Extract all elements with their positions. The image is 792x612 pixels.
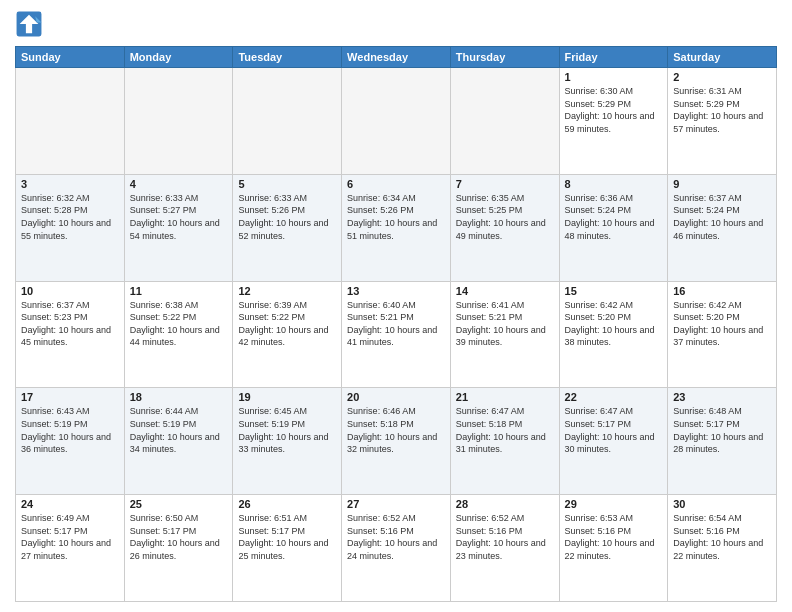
day-number: 4 [130,178,228,190]
day-info: Sunrise: 6:34 AM Sunset: 5:26 PM Dayligh… [347,192,445,242]
day-number: 15 [565,285,663,297]
calendar-cell: 1Sunrise: 6:30 AM Sunset: 5:29 PM Daylig… [559,68,668,175]
day-number: 10 [21,285,119,297]
day-number: 5 [238,178,336,190]
week-row-1: 3Sunrise: 6:32 AM Sunset: 5:28 PM Daylig… [16,174,777,281]
calendar-cell: 21Sunrise: 6:47 AM Sunset: 5:18 PM Dayli… [450,388,559,495]
day-info: Sunrise: 6:43 AM Sunset: 5:19 PM Dayligh… [21,405,119,455]
calendar-cell: 26Sunrise: 6:51 AM Sunset: 5:17 PM Dayli… [233,495,342,602]
calendar-cell: 7Sunrise: 6:35 AM Sunset: 5:25 PM Daylig… [450,174,559,281]
calendar-cell: 16Sunrise: 6:42 AM Sunset: 5:20 PM Dayli… [668,281,777,388]
weekday-header-sunday: Sunday [16,47,125,68]
calendar-cell: 20Sunrise: 6:46 AM Sunset: 5:18 PM Dayli… [342,388,451,495]
day-number: 14 [456,285,554,297]
day-number: 6 [347,178,445,190]
day-info: Sunrise: 6:39 AM Sunset: 5:22 PM Dayligh… [238,299,336,349]
day-number: 1 [565,71,663,83]
day-info: Sunrise: 6:46 AM Sunset: 5:18 PM Dayligh… [347,405,445,455]
day-number: 7 [456,178,554,190]
calendar-cell: 30Sunrise: 6:54 AM Sunset: 5:16 PM Dayli… [668,495,777,602]
calendar-cell: 12Sunrise: 6:39 AM Sunset: 5:22 PM Dayli… [233,281,342,388]
day-info: Sunrise: 6:38 AM Sunset: 5:22 PM Dayligh… [130,299,228,349]
weekday-header-thursday: Thursday [450,47,559,68]
calendar-cell: 28Sunrise: 6:52 AM Sunset: 5:16 PM Dayli… [450,495,559,602]
weekday-header-friday: Friday [559,47,668,68]
day-number: 18 [130,391,228,403]
day-info: Sunrise: 6:37 AM Sunset: 5:23 PM Dayligh… [21,299,119,349]
calendar-cell: 18Sunrise: 6:44 AM Sunset: 5:19 PM Dayli… [124,388,233,495]
day-number: 29 [565,498,663,510]
day-number: 26 [238,498,336,510]
day-info: Sunrise: 6:52 AM Sunset: 5:16 PM Dayligh… [456,512,554,562]
day-number: 16 [673,285,771,297]
calendar-cell: 29Sunrise: 6:53 AM Sunset: 5:16 PM Dayli… [559,495,668,602]
calendar-cell [16,68,125,175]
day-info: Sunrise: 6:54 AM Sunset: 5:16 PM Dayligh… [673,512,771,562]
calendar-cell: 25Sunrise: 6:50 AM Sunset: 5:17 PM Dayli… [124,495,233,602]
calendar-table: SundayMondayTuesdayWednesdayThursdayFrid… [15,46,777,602]
weekday-header-row: SundayMondayTuesdayWednesdayThursdayFrid… [16,47,777,68]
calendar-cell: 4Sunrise: 6:33 AM Sunset: 5:27 PM Daylig… [124,174,233,281]
day-info: Sunrise: 6:31 AM Sunset: 5:29 PM Dayligh… [673,85,771,135]
week-row-4: 24Sunrise: 6:49 AM Sunset: 5:17 PM Dayli… [16,495,777,602]
day-number: 24 [21,498,119,510]
day-number: 9 [673,178,771,190]
day-number: 13 [347,285,445,297]
calendar-cell: 17Sunrise: 6:43 AM Sunset: 5:19 PM Dayli… [16,388,125,495]
week-row-2: 10Sunrise: 6:37 AM Sunset: 5:23 PM Dayli… [16,281,777,388]
header [15,10,777,38]
calendar-cell: 11Sunrise: 6:38 AM Sunset: 5:22 PM Dayli… [124,281,233,388]
calendar-cell: 13Sunrise: 6:40 AM Sunset: 5:21 PM Dayli… [342,281,451,388]
day-info: Sunrise: 6:51 AM Sunset: 5:17 PM Dayligh… [238,512,336,562]
calendar-cell [124,68,233,175]
weekday-header-saturday: Saturday [668,47,777,68]
calendar-cell [342,68,451,175]
calendar-cell: 10Sunrise: 6:37 AM Sunset: 5:23 PM Dayli… [16,281,125,388]
page: SundayMondayTuesdayWednesdayThursdayFrid… [0,0,792,612]
calendar-cell: 19Sunrise: 6:45 AM Sunset: 5:19 PM Dayli… [233,388,342,495]
day-info: Sunrise: 6:50 AM Sunset: 5:17 PM Dayligh… [130,512,228,562]
calendar-cell: 3Sunrise: 6:32 AM Sunset: 5:28 PM Daylig… [16,174,125,281]
day-info: Sunrise: 6:47 AM Sunset: 5:18 PM Dayligh… [456,405,554,455]
calendar-cell: 23Sunrise: 6:48 AM Sunset: 5:17 PM Dayli… [668,388,777,495]
day-info: Sunrise: 6:45 AM Sunset: 5:19 PM Dayligh… [238,405,336,455]
day-info: Sunrise: 6:36 AM Sunset: 5:24 PM Dayligh… [565,192,663,242]
calendar-cell: 5Sunrise: 6:33 AM Sunset: 5:26 PM Daylig… [233,174,342,281]
day-info: Sunrise: 6:47 AM Sunset: 5:17 PM Dayligh… [565,405,663,455]
calendar-cell: 9Sunrise: 6:37 AM Sunset: 5:24 PM Daylig… [668,174,777,281]
day-info: Sunrise: 6:44 AM Sunset: 5:19 PM Dayligh… [130,405,228,455]
day-number: 11 [130,285,228,297]
logo-icon [15,10,43,38]
day-number: 12 [238,285,336,297]
day-number: 25 [130,498,228,510]
day-number: 27 [347,498,445,510]
weekday-header-tuesday: Tuesday [233,47,342,68]
day-number: 22 [565,391,663,403]
day-info: Sunrise: 6:49 AM Sunset: 5:17 PM Dayligh… [21,512,119,562]
day-info: Sunrise: 6:48 AM Sunset: 5:17 PM Dayligh… [673,405,771,455]
day-number: 28 [456,498,554,510]
week-row-3: 17Sunrise: 6:43 AM Sunset: 5:19 PM Dayli… [16,388,777,495]
day-number: 19 [238,391,336,403]
day-info: Sunrise: 6:33 AM Sunset: 5:27 PM Dayligh… [130,192,228,242]
day-info: Sunrise: 6:53 AM Sunset: 5:16 PM Dayligh… [565,512,663,562]
weekday-header-wednesday: Wednesday [342,47,451,68]
day-number: 17 [21,391,119,403]
day-info: Sunrise: 6:41 AM Sunset: 5:21 PM Dayligh… [456,299,554,349]
day-info: Sunrise: 6:33 AM Sunset: 5:26 PM Dayligh… [238,192,336,242]
day-info: Sunrise: 6:40 AM Sunset: 5:21 PM Dayligh… [347,299,445,349]
week-row-0: 1Sunrise: 6:30 AM Sunset: 5:29 PM Daylig… [16,68,777,175]
day-number: 2 [673,71,771,83]
calendar-cell: 6Sunrise: 6:34 AM Sunset: 5:26 PM Daylig… [342,174,451,281]
day-number: 3 [21,178,119,190]
calendar-cell: 22Sunrise: 6:47 AM Sunset: 5:17 PM Dayli… [559,388,668,495]
calendar-cell: 15Sunrise: 6:42 AM Sunset: 5:20 PM Dayli… [559,281,668,388]
calendar-cell [450,68,559,175]
day-number: 23 [673,391,771,403]
day-info: Sunrise: 6:37 AM Sunset: 5:24 PM Dayligh… [673,192,771,242]
logo [15,10,47,38]
day-number: 30 [673,498,771,510]
calendar-cell: 27Sunrise: 6:52 AM Sunset: 5:16 PM Dayli… [342,495,451,602]
day-info: Sunrise: 6:42 AM Sunset: 5:20 PM Dayligh… [565,299,663,349]
weekday-header-monday: Monday [124,47,233,68]
